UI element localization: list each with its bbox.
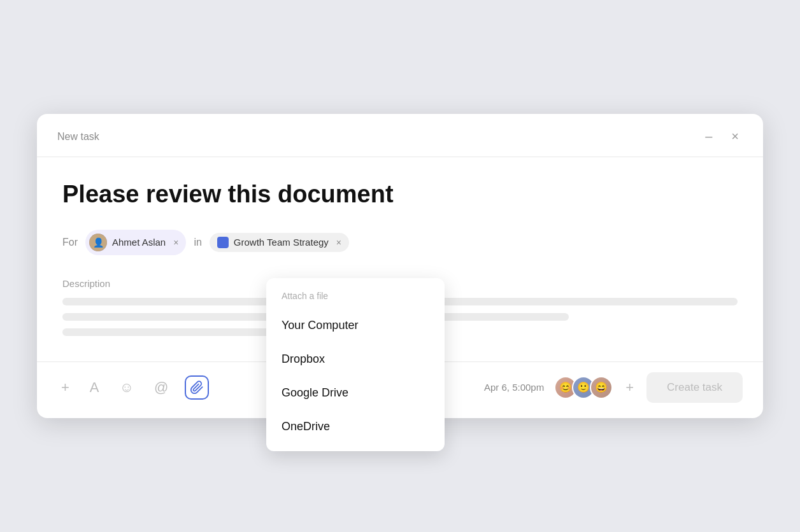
member-avatar-3: 😄 <box>590 376 613 399</box>
description-section: Description Attach a file Your Computer … <box>62 278 738 336</box>
for-label: For <box>62 237 78 248</box>
header-actions: – × <box>701 128 743 145</box>
task-meta: For 👤 Ahmet Aslan × in Growth Team Strat… <box>62 230 738 255</box>
close-button[interactable]: × <box>727 128 743 145</box>
attach-file-dropdown: Attach a file Your Computer Dropbox Goog… <box>266 278 445 451</box>
paperclip-icon <box>190 381 204 395</box>
attach-onedrive[interactable]: OneDrive <box>266 410 445 444</box>
new-task-modal: New task – × Please review this document… <box>37 114 763 418</box>
add-member-button[interactable]: + <box>623 377 636 398</box>
in-label: in <box>194 237 201 248</box>
project-color-dot <box>217 237 229 248</box>
project-name: Growth Team Strategy <box>234 237 329 248</box>
attach-google-drive[interactable]: Google Drive <box>266 376 445 410</box>
toolbar-right: Apr 6, 5:00pm 😊 🙂 😄 + Create task <box>484 372 743 403</box>
add-button[interactable]: + <box>57 375 73 400</box>
toolbar-left: + A ☺ @ <box>57 375 209 400</box>
minimize-button[interactable]: – <box>701 128 716 145</box>
assignee-chip[interactable]: 👤 Ahmet Aslan × <box>85 230 186 255</box>
attach-dropdown-header: Attach a file <box>266 288 445 309</box>
create-task-button[interactable]: Create task <box>646 372 743 403</box>
remove-assignee-button[interactable]: × <box>173 238 178 247</box>
text-format-button[interactable]: A <box>86 375 103 400</box>
due-date: Apr 6, 5:00pm <box>484 382 544 393</box>
avatar-stack: 😊 🙂 😄 <box>554 376 613 399</box>
modal-body: Please review this document For 👤 Ahmet … <box>37 157 763 351</box>
avatar: 👤 <box>89 234 107 251</box>
project-chip[interactable]: Growth Team Strategy × <box>210 233 349 252</box>
task-title: Please review this document <box>62 180 738 209</box>
attach-button[interactable] <box>185 375 209 400</box>
remove-project-button[interactable]: × <box>336 238 341 247</box>
modal-title: New task <box>57 131 99 143</box>
attach-your-computer[interactable]: Your Computer <box>266 309 445 342</box>
mention-button[interactable]: @ <box>150 375 172 400</box>
emoji-button[interactable]: ☺ <box>116 375 138 400</box>
modal-header: New task – × <box>37 114 763 157</box>
assignee-name: Ahmet Aslan <box>112 237 166 248</box>
attach-dropbox[interactable]: Dropbox <box>266 342 445 376</box>
